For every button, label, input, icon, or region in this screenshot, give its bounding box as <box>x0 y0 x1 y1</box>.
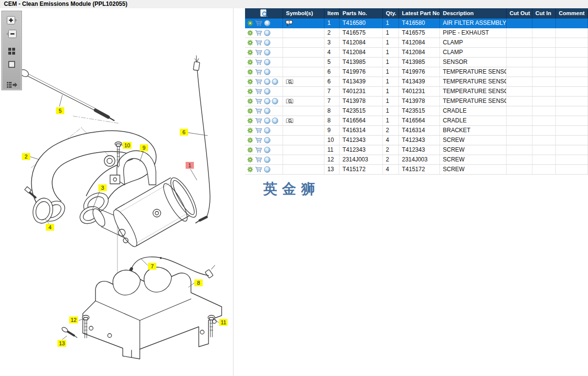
diagram-callout-13[interactable]: 13 <box>57 340 66 347</box>
info-icon[interactable]: i <box>264 69 270 75</box>
part-screw-13[interactable] <box>61 326 77 337</box>
info-icon[interactable]: i <box>264 30 270 36</box>
diagram-callout-1-selected[interactable]: 1 <box>186 162 194 169</box>
cart-icon[interactable] <box>255 118 263 124</box>
cart-icon[interactable] <box>255 127 263 134</box>
gear-icon[interactable] <box>247 40 253 46</box>
cart-icon[interactable] <box>255 88 263 95</box>
cart-icon[interactable] <box>255 98 263 104</box>
info-icon[interactable]: i <box>264 20 270 26</box>
table-row-4[interactable]: i4T4120841T412084CLAMP <box>245 48 588 58</box>
diagram-callout-3[interactable]: 3 <box>98 184 107 191</box>
gear-icon[interactable] <box>247 79 253 85</box>
gear-icon[interactable] <box>247 30 253 36</box>
diagram-callout-8[interactable]: 8 <box>194 279 203 286</box>
table-row-12[interactable]: i9T4163142T416314BRACKET <box>245 126 588 136</box>
table-row-14[interactable]: i11T4123432T412343SCREW <box>245 145 588 155</box>
table-row-16[interactable]: i13T4151724T415172SCREW <box>245 165 588 175</box>
gear-icon[interactable] <box>247 49 253 56</box>
book-search-icon[interactable] <box>285 118 294 124</box>
info-icon[interactable]: i <box>264 59 270 65</box>
column-header-cut-in[interactable]: Cut In <box>532 8 556 19</box>
part-screw-11[interactable] <box>208 316 215 337</box>
toggle-panel-button[interactable] <box>5 79 19 91</box>
gear-icon[interactable] <box>247 20 253 26</box>
column-header-symbol-s[interactable]: Symbol(s) <box>283 8 324 19</box>
info-icon[interactable]: i <box>272 79 278 85</box>
info-icon[interactable]: i <box>272 98 278 104</box>
tile-view-button[interactable] <box>5 45 19 58</box>
diagram-callout-11[interactable]: 11 <box>219 319 228 326</box>
info-icon[interactable]: i <box>264 49 270 56</box>
column-header-latest-part-no[interactable]: Latest Part No. <box>399 8 440 19</box>
info-icon[interactable]: i <box>264 166 270 173</box>
table-row-5[interactable]: i5T4139851T413985SENSOR <box>245 58 588 67</box>
column-header-cut-out[interactable]: Cut Out <box>507 8 532 19</box>
diagram-callout-6[interactable]: 6 <box>180 129 188 136</box>
info-icon[interactable]: i <box>264 127 270 134</box>
column-header-parts-no[interactable]: Parts No. <box>340 8 383 19</box>
gear-icon[interactable] <box>247 137 253 143</box>
table-row-3[interactable]: i3T4120841T412084CLAMP <box>245 38 588 48</box>
s-badge-icon[interactable]: S <box>264 98 270 104</box>
table-row-7[interactable]: Si6T4134391T413439TEMPERATURE SENSOR <box>245 77 588 87</box>
part-sensor-6[interactable] <box>193 56 210 223</box>
diagram-callout-10[interactable]: 10 <box>123 142 132 149</box>
diagram-callout-2[interactable]: 2 <box>22 153 30 160</box>
info-icon[interactable]: i <box>264 40 270 46</box>
cart-icon[interactable] <box>255 49 263 56</box>
single-view-button[interactable] <box>5 58 19 71</box>
column-header-description[interactable]: Description <box>440 8 507 19</box>
cart-icon[interactable] <box>255 108 263 114</box>
column-header-qty[interactable]: Qty. <box>383 8 399 19</box>
column-header-comment[interactable]: Comment <box>556 8 588 19</box>
info-icon[interactable]: i <box>264 88 270 95</box>
s-badge-icon[interactable]: S <box>264 118 270 124</box>
table-row-6[interactable]: i6T4199761T419976TEMPERATURE SENSOR <box>245 67 588 77</box>
table-row-15[interactable]: i122314J00322314J003SCREW <box>245 155 588 165</box>
gear-icon[interactable] <box>247 157 253 163</box>
gear-icon[interactable] <box>247 166 253 173</box>
gear-icon[interactable] <box>247 69 253 75</box>
note-icon[interactable]: ! <box>285 20 293 27</box>
cart-icon[interactable] <box>255 69 263 75</box>
gear-icon[interactable] <box>247 147 253 153</box>
gear-icon[interactable] <box>247 118 253 124</box>
info-icon[interactable]: i <box>264 157 270 163</box>
diagram-callout-4[interactable]: 4 <box>46 224 54 231</box>
gear-icon[interactable] <box>247 88 253 95</box>
zoom-in-button[interactable] <box>5 14 19 27</box>
table-row-8[interactable]: i7T4012311T401231TEMPERATURE SENSOR <box>245 87 588 97</box>
cart-icon[interactable] <box>255 166 263 173</box>
table-row-9[interactable]: Si7T4139781T413978TEMPERATURE SENSOR <box>245 97 588 106</box>
part-sensor-5[interactable] <box>18 67 114 120</box>
cart-icon[interactable] <box>255 79 263 85</box>
info-icon[interactable]: i <box>264 108 270 114</box>
gear-icon[interactable] <box>247 98 253 104</box>
info-icon[interactable]: i <box>272 118 278 124</box>
table-row-13[interactable]: i10T4123434T412343SCREW <box>245 136 588 145</box>
zoom-out-button[interactable] <box>5 28 19 40</box>
book-search-icon[interactable] <box>285 79 294 85</box>
book-search-icon[interactable] <box>285 98 294 105</box>
gear-icon[interactable] <box>247 59 253 65</box>
cart-icon[interactable] <box>255 137 263 143</box>
table-row-11[interactable]: Si8T4165641T416564CRADLE <box>245 116 588 126</box>
diagram-callout-12[interactable]: 12 <box>69 317 78 323</box>
cart-icon[interactable] <box>255 30 263 36</box>
column-header-item[interactable]: Item <box>324 8 340 19</box>
s-badge-icon[interactable]: S <box>264 79 270 85</box>
info-icon[interactable]: i <box>264 137 270 143</box>
table-row-10[interactable]: i8T4235151T423515CRADLE <box>245 106 588 116</box>
cart-icon[interactable] <box>255 157 263 163</box>
gear-icon[interactable] <box>247 127 253 134</box>
diagram-callout-5[interactable]: 5 <box>56 107 64 114</box>
cart-icon[interactable] <box>255 147 263 153</box>
info-icon[interactable]: i <box>264 147 270 153</box>
cart-icon[interactable] <box>255 40 263 46</box>
table-row-1[interactable]: i!1T4165801T416580AIR FILTER ASSEMBLY <box>245 19 588 28</box>
gear-icon[interactable] <box>247 108 253 114</box>
cart-icon[interactable] <box>255 59 263 65</box>
diagram-callout-9[interactable]: 9 <box>140 144 148 151</box>
diagram-callout-7[interactable]: 7 <box>148 263 156 270</box>
